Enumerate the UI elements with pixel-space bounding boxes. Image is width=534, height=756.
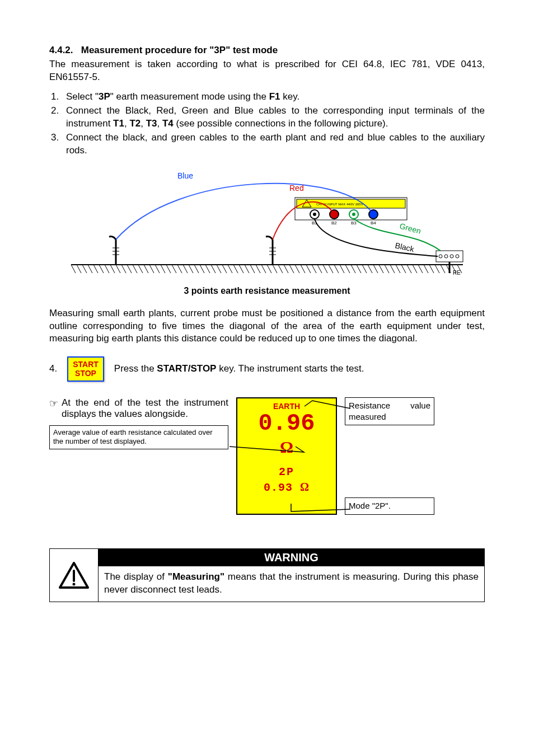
avg-value-note: Average value of earth resistance calcul… [49,425,228,450]
step-1: Select "3P" earth measurement mode using… [62,91,485,104]
warning-title: WARNING [99,549,484,566]
section-number: 4.4.2. [49,45,73,55]
step-4-row: 4. START STOP Press the START/STOP key. … [49,356,485,381]
section-heading: 4.4.2. Measurement procedure for "3P" te… [49,45,485,56]
svg-point-25 [73,583,76,586]
hand-note-text: At the end of the test the instrument di… [62,397,228,420]
rod-left [109,236,119,264]
step-3: Connect the black, and green cables to t… [62,132,485,157]
svg-text:B3: B3 [351,220,357,226]
re-label: RE [453,270,461,276]
annotation-mode: Mode "2P". [345,497,434,514]
annotation-resistance: Resistance value measured [345,397,434,426]
black-label: Black [394,241,415,253]
svg-text:B4: B4 [371,220,376,226]
section-title: Measurement procedure for "3P" test mode [81,45,278,55]
hand-note: ☞ At the end of the test the instrument … [49,397,228,420]
after-figure-paragraph: Measuring small earth plants, current pr… [49,307,485,346]
svg-point-9 [352,213,355,216]
warning-icon-cell [50,549,99,602]
start-stop-line1: START [73,360,99,369]
svg-point-20 [450,255,453,258]
red-label: Red [289,184,304,192]
instrument-display: EARTH 0.96 Ω 2P 0.93 Ω [236,397,337,515]
display-earth-label: EARTH [237,398,336,411]
svg-text:B2: B2 [331,220,337,226]
display-ohm-symbol: Ω [237,438,336,457]
rod-mid [266,236,276,264]
display-secondary-value: 0.93 Ω [237,481,336,494]
blue-label: Blue [177,171,193,180]
step-4-text: Press the START/STOP key. The instrument… [114,363,364,374]
svg-point-21 [456,255,459,258]
svg-point-19 [444,255,448,258]
start-stop-button-icon: START STOP [67,356,104,381]
display-mode: 2P [237,466,336,478]
display-main-value: 0.96 [237,412,336,435]
wiring-figure: RE CAT III INPUT MAX 440V 265V~ B1 B2 B3… [49,164,485,281]
hand-pointer-icon: ☞ [49,397,58,420]
step-4-number: 4. [49,363,57,374]
svg-point-6 [313,213,316,216]
step-2: Connect the Black, Red, Green and Blue c… [62,105,485,130]
green-label: Green [399,221,422,236]
warning-box: WARNING The display of "Measuring" means… [49,548,485,603]
steps-list: Select "3P" earth measurement mode using… [49,91,485,157]
svg-point-18 [439,255,442,258]
figure-caption: 3 points earth resistance measurement [49,286,485,296]
start-stop-line2: STOP [73,369,99,378]
display-annotation-row: ☞ At the end of the test the instrument … [49,397,485,515]
warning-body: The display of "Measuring" means that th… [99,566,484,602]
warning-triangle-icon [58,561,90,590]
intro-paragraph: The measurement is taken according to wh… [49,58,485,84]
